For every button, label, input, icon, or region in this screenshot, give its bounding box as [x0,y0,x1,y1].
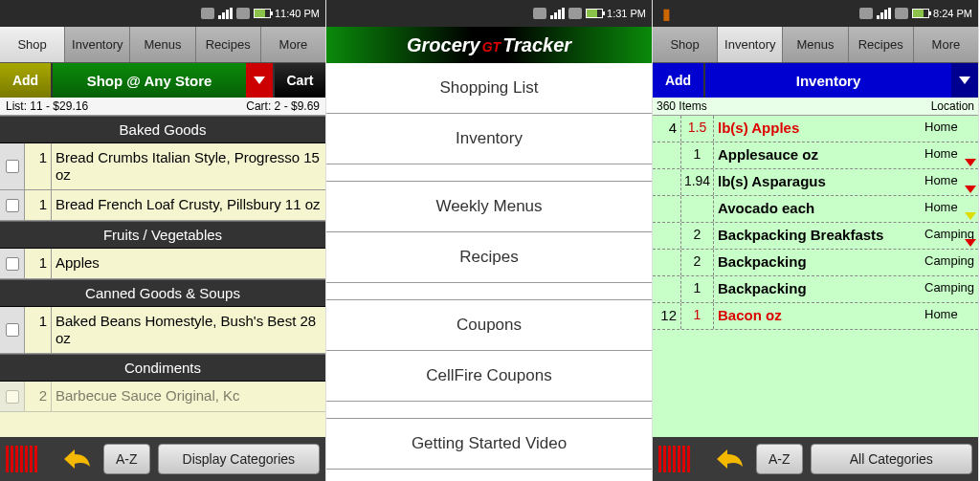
menu-inventory[interactable]: Inventory [326,114,652,164]
qty: 1 [25,190,52,220]
item-name: lb(s) Apples [714,116,921,142]
tab-menus[interactable]: Menus [130,27,195,62]
inv-row[interactable]: 1BackpackingCamping [653,276,978,303]
cart-button[interactable]: Cart [273,63,325,98]
checkbox[interactable] [0,382,25,411]
col1 [653,196,681,222]
location: Home [921,169,978,195]
display-categories-button[interactable]: Display Categories [158,444,320,474]
checkbox[interactable] [0,249,25,278]
item-name: Bacon oz [714,303,921,329]
inventory-selector[interactable]: Inventory [705,63,951,98]
menu-cellfire[interactable]: CellFire Coupons [326,351,652,402]
menu-recipes[interactable]: Recipes [326,232,652,283]
back-icon[interactable] [712,444,748,474]
section-header: Canned Goods & Soups [0,279,325,307]
inv-row[interactable]: 2Backpacking BreakfastsCamping [653,223,978,250]
checkbox[interactable] [0,143,25,189]
signal-icon [877,8,891,19]
cart-total: Cart: 2 - $9.69 [246,99,320,113]
menu-gap [326,283,652,300]
clock: 1:31 PM [607,8,646,19]
inventory-dropdown[interactable] [951,63,978,98]
item-name: Bread French Loaf Crusty, Pillsbury 11 o… [52,190,325,220]
top-tabs: Shop Inventory Menus Recipes More [653,27,978,63]
tab-more[interactable]: More [261,27,325,62]
phone-menu: 1:31 PM Grocery GT Tracker Shopping List… [326,0,653,481]
categories-button[interactable]: All Categories [811,444,972,474]
menu-getting-started[interactable]: Getting Started Video [326,419,652,470]
sort-button[interactable]: A-Z [103,444,150,474]
shopping-list[interactable]: Baked Goods 1Bread Crumbs Italian Style,… [0,116,325,437]
tab-inventory[interactable]: Inventory [718,27,783,62]
item-name: Apples [52,249,325,278]
menu-gap [326,164,652,182]
col2: 1.94 [681,169,714,195]
banner-text: Grocery [407,34,480,56]
inv-row[interactable]: 2BackpackingCamping [653,250,978,276]
3g-icon [533,8,546,19]
sort-button[interactable]: A-Z [756,444,803,474]
qty: 1 [25,249,52,278]
location: Home [921,196,978,222]
inv-row[interactable]: Avocado eachHome [653,196,978,223]
col2: 1 [681,276,714,302]
inv-row[interactable]: 1.94lb(s) AsparagusHome [653,169,978,196]
action-bar: Add Shop @ Any Store Cart [0,63,325,98]
menu-gap [326,402,652,419]
add-button[interactable]: Add [653,63,705,98]
list-item[interactable]: 1Bread French Loaf Crusty, Pillsbury 11 … [0,190,325,221]
item-name: Applesauce oz [714,142,921,168]
action-bar: Add Inventory [653,63,978,98]
signal-icon [550,8,565,19]
data-icon [568,8,582,19]
tab-shop[interactable]: Shop [653,27,718,62]
col1 [653,250,681,275]
list-item[interactable]: 2Barbecue Sauce Original, Kc [0,382,325,412]
list-item[interactable]: 1Apples [0,249,325,279]
item-name: Barbecue Sauce Original, Kc [52,382,325,411]
barcode-icon[interactable] [6,444,52,474]
battery-icon [912,9,929,18]
add-button[interactable]: Add [0,63,53,98]
tab-more[interactable]: More [914,27,978,62]
checkbox[interactable] [0,190,25,220]
location: Camping [921,250,978,275]
tab-recipes[interactable]: Recipes [196,27,261,62]
section-header: Fruits / Vegetables [0,221,325,249]
phone-inventory: ▮ 8:24 PM Shop Inventory Menus Recipes M… [653,0,979,481]
tab-menus[interactable]: Menus [783,27,848,62]
status-bar: ▮ 8:24 PM [653,0,978,27]
inventory-list[interactable]: 41.5lb(s) ApplesHome 1Applesauce ozHome … [653,116,978,437]
barcode-icon[interactable] [658,444,704,474]
list-item[interactable]: 1Baked Beans Homestyle, Bush's Best 28 o… [0,307,325,354]
location-header: Location [931,99,974,113]
banner-logo: GT [482,39,501,55]
tab-inventory[interactable]: Inventory [65,27,130,62]
section-header: Baked Goods [0,116,325,143]
checkbox[interactable] [0,307,25,353]
inv-row[interactable]: 1Applesauce ozHome [653,142,978,169]
tab-shop[interactable]: Shop [0,27,65,62]
col1 [653,169,681,195]
banner-text: Tracker [502,34,571,56]
menu-coupons[interactable]: Coupons [326,300,652,351]
menu-weekly-menus[interactable]: Weekly Menus [326,182,652,232]
inv-row[interactable]: 41.5lb(s) ApplesHome [653,116,978,142]
tab-recipes[interactable]: Recipes [849,27,914,62]
store-selector[interactable]: Shop @ Any Store [53,63,246,98]
3g-icon [201,8,214,19]
menu-shopping-list[interactable]: Shopping List [326,63,652,114]
back-icon[interactable] [59,444,96,474]
location: Home [921,303,978,329]
item-name: Baked Beans Homestyle, Bush's Best 28 oz [52,307,325,353]
list-item[interactable]: 1Bread Crumbs Italian Style, Progresso 1… [0,143,325,190]
col1: 12 [653,303,681,329]
col1: 4 [653,116,681,142]
store-dropdown[interactable] [246,63,273,98]
inventory-header: 360 Items Location [653,98,978,116]
col2: 1 [681,142,714,168]
qty: 1 [25,307,52,353]
col2: 1 [681,303,714,329]
inv-row[interactable]: 121Bacon ozHome [653,303,978,330]
